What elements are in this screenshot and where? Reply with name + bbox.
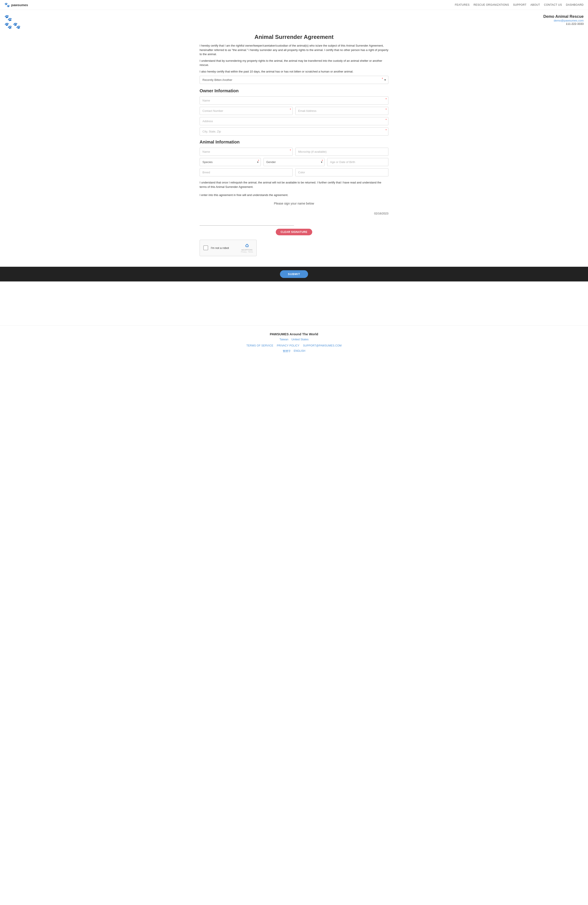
form-title: Animal Surrender Agreement: [200, 33, 388, 40]
address-group: *: [200, 117, 388, 125]
age-input[interactable]: [327, 158, 388, 166]
gender-select[interactable]: Gender Male Female: [263, 158, 325, 166]
animal-name-group: *: [200, 148, 293, 156]
contact-email-row: * *: [200, 107, 388, 115]
breed-group: [200, 168, 293, 176]
email-required: *: [385, 108, 387, 111]
region-us[interactable]: United States: [292, 338, 309, 341]
page-header: 🐾 🐾 🐾 Demo Animal Rescue demo@pawsumes.c…: [0, 10, 588, 32]
nav-links: FEATURES RESCUE ORGANIZATIONS SUPPORT AB…: [455, 3, 583, 6]
intro-text-3: I also hereby certify that within the pa…: [200, 70, 388, 74]
clear-signature-button[interactable]: CLEAR SIGNATURE: [276, 229, 312, 235]
nav-logo: 🐾 pawsumes: [5, 2, 28, 8]
city-input[interactable]: [200, 127, 388, 136]
world-footer-title: PAWSUMES Around The World: [5, 332, 583, 336]
paw-group: 🐾 🐾 🐾: [5, 14, 21, 29]
owner-name-row: *: [200, 97, 388, 105]
color-input[interactable]: [295, 168, 388, 176]
navbar: 🐾 pawsumes FEATURES RESCUE ORGANIZATIONS…: [0, 0, 588, 10]
paw-icon-1: 🐾: [5, 14, 12, 22]
address-required: *: [385, 118, 387, 122]
locale-english[interactable]: ENGLISH: [294, 349, 306, 353]
agreement-text-1: I understand that once I relinquish the …: [200, 180, 388, 189]
email-group: *: [295, 107, 388, 115]
species-group: Species Dog Cat Other * ▼: [200, 158, 261, 166]
org-info: Demo Animal Rescue demo@pawsumes.com 111…: [544, 14, 583, 25]
signature-label: Please sign your name below: [200, 202, 388, 205]
support-link[interactable]: SUPPORT@PAWSUMES.COM: [303, 344, 342, 347]
contact-number-input[interactable]: [200, 107, 293, 115]
recaptcha-logo: ♻ reCAPTCHA Privacy - Terms: [241, 243, 253, 253]
signature-date: 02/16/2023: [200, 212, 388, 215]
org-phone: 111-222-3333: [544, 22, 583, 25]
locale-traditional[interactable]: 繁體字: [283, 349, 291, 353]
intro-text-1: I hereby certify that I am the rightful …: [200, 43, 388, 56]
paw-icon-3: 🐾: [13, 22, 21, 29]
world-footer-locale: 繁體字 ENGLISH: [5, 349, 583, 353]
animal-section-title: Animal Information: [200, 140, 388, 144]
species-gender-age-row: Species Dog Cat Other * ▼ Gender Male Fe…: [200, 158, 388, 166]
gender-group: Gender Male Female * ▼: [263, 158, 325, 166]
nav-dashboard[interactable]: DASHBOARD: [566, 3, 583, 6]
recaptcha-icon: ♻: [241, 243, 253, 249]
gender-required: *: [322, 159, 323, 162]
agreement-text-2: I enter into this agreement in free will…: [200, 193, 388, 197]
owner-name-input[interactable]: [200, 97, 388, 105]
world-footer-links: TERMS OF SERVICE PRIVACY POLICY SUPPORT@…: [5, 344, 583, 347]
submit-button[interactable]: SUBMIT: [280, 270, 308, 278]
color-group: [295, 168, 388, 176]
nav-features[interactable]: FEATURES: [455, 3, 470, 6]
species-select[interactable]: Species Dog Cat Other: [200, 158, 261, 166]
contact-required: *: [290, 108, 291, 111]
contact-number-group: *: [200, 107, 293, 115]
recaptcha-sub: Privacy - Terms: [241, 251, 253, 253]
owner-name-required: *: [385, 98, 387, 101]
owner-section-title: Owner Information: [200, 88, 388, 94]
breed-input[interactable]: [200, 168, 293, 176]
recaptcha-label: I'm not a robot: [211, 246, 229, 249]
city-required: *: [385, 129, 387, 132]
spacer: [0, 281, 588, 325]
world-footer-regions: Taiwan United States: [5, 338, 583, 341]
nav-about[interactable]: ABOUT: [531, 3, 540, 6]
signature-canvas[interactable]: [200, 217, 294, 225]
nav-logo-text: pawsumes: [11, 3, 28, 7]
paw-icon: 🐾: [5, 2, 10, 8]
privacy-link[interactable]: PRIVACY POLICY: [277, 344, 300, 347]
owner-name-group: *: [200, 97, 388, 105]
org-email: demo@pawsumes.com: [544, 19, 583, 22]
recaptcha-brand: reCAPTCHA: [241, 249, 253, 251]
submit-bar: SUBMIT: [0, 267, 588, 281]
address-row: *: [200, 117, 388, 125]
age-group: [327, 158, 388, 166]
intro-text-2: I understand that by surrendering my pro…: [200, 59, 388, 67]
animal-name-input[interactable]: [200, 148, 293, 156]
main-content: Animal Surrender Agreement I hereby cert…: [195, 32, 393, 267]
logo-area: 🐾 🐾 🐾: [5, 14, 21, 29]
bitten-select-wrapper: Recently Bitten Another Yes No * ▼: [200, 76, 388, 84]
bitten-required-star: *: [382, 77, 383, 80]
microchip-group: [295, 148, 388, 156]
recaptcha-checkbox[interactable]: [203, 245, 208, 250]
nav-rescue[interactable]: RESCUE ORGANIZATIONS: [474, 3, 509, 6]
org-name: Demo Animal Rescue: [544, 14, 583, 19]
animal-name-microchip-row: *: [200, 148, 388, 156]
animal-name-required: *: [290, 149, 291, 152]
address-input[interactable]: [200, 117, 388, 125]
city-group: *: [200, 127, 388, 136]
paw-icon-2: 🐾: [5, 22, 12, 29]
species-required: *: [258, 159, 259, 162]
bitten-select[interactable]: Recently Bitten Another Yes No: [200, 76, 388, 84]
microchip-input[interactable]: [295, 148, 388, 156]
nav-contact[interactable]: CONTACT US: [544, 3, 562, 6]
nav-support[interactable]: SUPPORT: [513, 3, 526, 6]
recaptcha-box: I'm not a robot ♻ reCAPTCHA Privacy - Te…: [200, 240, 257, 256]
city-row: *: [200, 127, 388, 136]
world-footer: PAWSUMES Around The World Taiwan United …: [0, 325, 588, 357]
signature-section: Please sign your name below 02/16/2023 C…: [200, 202, 388, 235]
email-input[interactable]: [295, 107, 388, 115]
region-taiwan[interactable]: Taiwan: [279, 338, 288, 341]
terms-link[interactable]: TERMS OF SERVICE: [246, 344, 273, 347]
breed-color-row: [200, 168, 388, 176]
